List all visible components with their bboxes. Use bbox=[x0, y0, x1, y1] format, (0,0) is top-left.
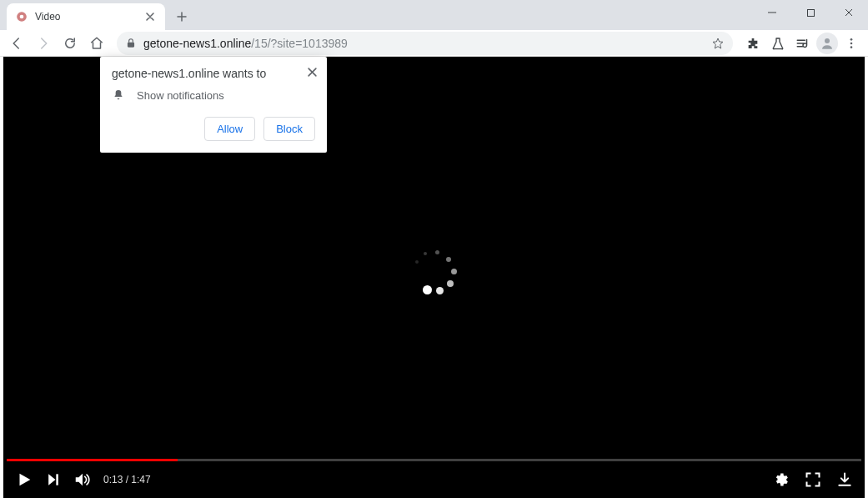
svg-point-1 bbox=[20, 15, 24, 19]
nav-reload-button[interactable] bbox=[58, 32, 82, 55]
lock-icon bbox=[125, 38, 137, 49]
svg-rect-8 bbox=[56, 474, 58, 485]
nav-forward-button[interactable] bbox=[32, 32, 55, 55]
window-maximize-button[interactable] bbox=[791, 0, 830, 25]
window-close-button[interactable] bbox=[830, 0, 868, 25]
download-button[interactable] bbox=[836, 471, 853, 488]
next-button[interactable] bbox=[45, 471, 62, 488]
permission-origin-text: getone-news1.online wants to bbox=[112, 67, 315, 80]
svg-point-5 bbox=[850, 38, 853, 41]
video-controls-bar: 0:13 / 1:47 bbox=[3, 461, 865, 498]
nav-home-button[interactable] bbox=[85, 32, 108, 55]
volume-button[interactable] bbox=[73, 470, 92, 489]
nav-back-button[interactable] bbox=[5, 32, 28, 55]
tab-favicon bbox=[15, 10, 28, 23]
tab-close-icon[interactable] bbox=[143, 10, 157, 23]
loading-spinner-icon bbox=[409, 245, 459, 295]
menu-icon[interactable] bbox=[840, 32, 863, 55]
svg-rect-3 bbox=[128, 42, 134, 47]
window-minimize-button[interactable] bbox=[753, 0, 791, 25]
permission-notify-label: Show notifications bbox=[137, 89, 224, 102]
play-button[interactable] bbox=[15, 470, 33, 489]
tab-title: Video bbox=[35, 11, 137, 23]
svg-point-4 bbox=[825, 38, 830, 43]
popup-close-icon[interactable] bbox=[304, 63, 320, 80]
window-controls bbox=[753, 0, 868, 30]
block-button[interactable]: Block bbox=[263, 117, 315, 141]
bell-icon bbox=[112, 88, 125, 102]
svg-point-6 bbox=[850, 42, 853, 44]
labs-icon[interactable] bbox=[766, 32, 790, 55]
fullscreen-button[interactable] bbox=[805, 471, 821, 488]
svg-point-7 bbox=[850, 46, 853, 48]
address-bar[interactable]: getone-news1.online/15/?site=1013989 bbox=[117, 32, 733, 55]
new-tab-button[interactable] bbox=[170, 5, 193, 28]
svg-rect-2 bbox=[807, 9, 814, 16]
url-text: getone-news1.online/15/?site=1013989 bbox=[143, 37, 348, 50]
browser-tab[interactable]: Video bbox=[7, 3, 165, 30]
toolbar-right-icons bbox=[741, 32, 863, 55]
browser-titlebar: Video bbox=[0, 0, 868, 30]
settings-button[interactable] bbox=[773, 471, 790, 488]
profile-avatar-icon[interactable] bbox=[816, 33, 838, 54]
notification-permission-popup: getone-news1.online wants to Show notifi… bbox=[100, 57, 327, 153]
allow-button[interactable]: Allow bbox=[204, 117, 255, 141]
video-time-display: 0:13 / 1:47 bbox=[103, 474, 151, 485]
media-icon[interactable] bbox=[791, 32, 815, 55]
bookmark-star-icon[interactable] bbox=[711, 37, 725, 50]
extensions-icon[interactable] bbox=[741, 32, 765, 55]
browser-toolbar: getone-news1.online/15/?site=1013989 bbox=[0, 30, 868, 57]
